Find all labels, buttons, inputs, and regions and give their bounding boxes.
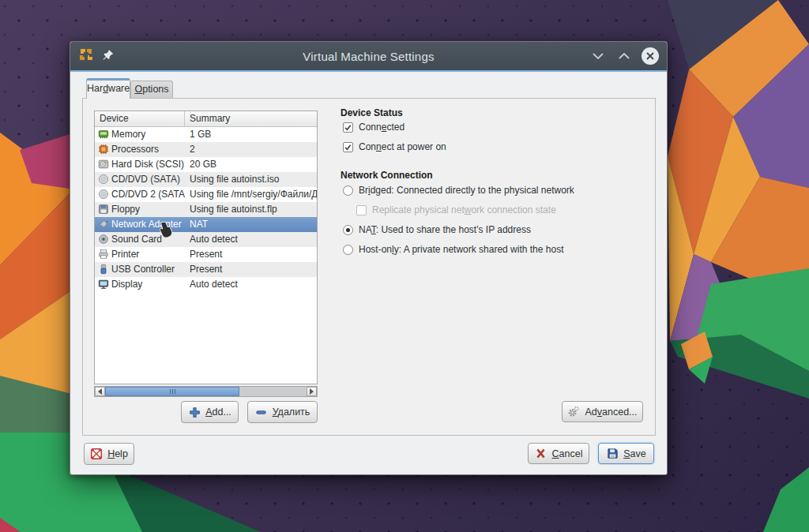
nat-radio-row[interactable]: NAT: Used to share the host's IP address [343, 224, 531, 235]
minimize-button[interactable] [589, 47, 607, 65]
device-name: Display [111, 277, 185, 292]
add-button-label: Add... [205, 406, 231, 418]
bridged-radio-row[interactable]: Bridged: Connected directly to the physi… [343, 185, 574, 196]
window-title: Virtual Machine Settings [70, 50, 667, 63]
thumb-grip [170, 389, 171, 394]
device-row[interactable]: Display Auto detect [95, 277, 317, 292]
device-name: Processors [111, 142, 185, 157]
device-row[interactable]: Network Adapter NAT [95, 217, 317, 232]
nat-radio[interactable] [343, 225, 353, 235]
device-name: USB Controller [111, 262, 185, 277]
add-device-button[interactable]: Add... [181, 401, 239, 423]
thumb-grip [172, 389, 173, 394]
device-status-heading: Device Status [341, 107, 403, 118]
scroll-right-arrow-icon [310, 388, 314, 395]
device-name: Memory [111, 127, 185, 142]
device-row[interactable]: Processors 2 [95, 142, 317, 157]
tab-options[interactable]: Options [130, 81, 173, 99]
host-only-radio[interactable] [343, 245, 353, 255]
device-summary: 20 GB [185, 157, 317, 172]
bridged-radio[interactable] [343, 185, 353, 196]
connected-checkbox[interactable] [343, 122, 353, 133]
cancel-button-label: Cancel [552, 448, 583, 459]
device-row[interactable]: Memory 1 GB [95, 127, 317, 142]
host-only-label: Host-only: A private network shared with… [359, 244, 563, 255]
tab-hardware[interactable]: Hardware [86, 78, 130, 99]
nat-label: NAT: Used to share the host's IP address [359, 224, 531, 235]
device-row[interactable]: Printer Present [95, 247, 317, 262]
device-summary: Using file /mnt/sergiy/Файли/Ди [185, 187, 317, 202]
replicate-checkbox [356, 205, 367, 215]
hard-disk-icon [98, 159, 109, 170]
column-header-summary[interactable]: Summary [185, 111, 317, 126]
thumb-grip [175, 389, 175, 394]
horizontal-scrollbar[interactable] [94, 386, 318, 397]
advanced-button-label: Advanced... [585, 406, 637, 418]
help-button-label: Help [107, 448, 128, 459]
scroll-right-button[interactable] [307, 387, 317, 396]
help-button[interactable]: Help [84, 443, 134, 465]
scroll-left-arrow-icon [98, 388, 102, 395]
usb-icon [98, 264, 109, 275]
sound-icon [98, 234, 109, 245]
device-row[interactable]: CD/DVD (SATA) Using file autoinst.iso [95, 172, 317, 187]
maximize-button[interactable] [615, 47, 633, 65]
remove-button-label: Удалить [273, 406, 310, 418]
plus-icon [188, 406, 201, 418]
desktop: Virtual Machine Settings Hardware Option… [0, 0, 809, 532]
connected-label: Connected [359, 122, 404, 133]
device-summary: 2 [185, 142, 317, 157]
advanced-button[interactable]: Advanced... [562, 401, 643, 422]
cancel-x-icon [535, 448, 547, 460]
device-name: Printer [111, 247, 185, 262]
device-name: Floppy [111, 202, 185, 217]
gears-icon [567, 406, 580, 418]
scroll-left-button[interactable] [95, 387, 105, 396]
window-titlebar[interactable]: Virtual Machine Settings [70, 42, 667, 70]
device-row[interactable]: Floppy Using file autoinst.flp [95, 202, 317, 217]
cancel-button[interactable]: Cancel [528, 443, 589, 464]
device-list: Memory 1 GB Processors 2 Hard Disk (SCSI… [95, 127, 317, 292]
minus-icon [255, 406, 268, 418]
device-summary: 1 GB [185, 127, 317, 142]
connect-at-power-on-checkbox-row[interactable]: Connect at power on [343, 141, 446, 152]
save-button[interactable]: Save [598, 443, 654, 464]
device-row[interactable]: Hard Disk (SCSI) 20 GB [95, 157, 317, 172]
device-row[interactable]: Sound Card Auto detect [95, 232, 317, 247]
column-header-device[interactable]: Device [95, 111, 185, 126]
device-row[interactable]: CD/DVD 2 (SATA) Using file /mnt/sergiy/Ф… [95, 187, 317, 202]
display-icon [98, 279, 109, 290]
device-name: CD/DVD 2 (SATA) [111, 187, 185, 202]
memory-icon [98, 129, 109, 140]
network-connection-heading: Network Connection [341, 170, 433, 181]
host-only-radio-row[interactable]: Host-only: A private network shared with… [343, 244, 563, 255]
device-table: Device Summary Memory 1 GB Processors 2 … [94, 111, 318, 384]
connect-at-power-on-checkbox[interactable] [343, 142, 353, 152]
device-summary: Using file autoinst.flp [185, 202, 317, 217]
device-name: Sound Card [111, 232, 185, 247]
printer-icon [98, 249, 109, 260]
cd-icon [98, 189, 109, 200]
device-table-header: Device Summary [95, 111, 317, 127]
device-summary: NAT [185, 217, 317, 232]
processors-icon [98, 144, 109, 155]
bridged-label: Bridged: Connected directly to the physi… [359, 185, 574, 196]
device-summary: Using file autoinst.iso [185, 172, 317, 187]
floppy-icon [98, 204, 109, 215]
device-summary: Auto detect [185, 277, 317, 292]
device-name: Hard Disk (SCSI) [111, 157, 185, 172]
scrollbar-thumb[interactable] [105, 387, 239, 396]
connected-checkbox-row[interactable]: Connected [343, 122, 404, 133]
help-icon [90, 448, 103, 460]
network-icon [98, 219, 109, 230]
device-summary: Present [185, 247, 317, 262]
cd-icon [98, 174, 109, 185]
save-button-label: Save [623, 448, 646, 459]
device-name: Network Adapter [111, 217, 185, 232]
close-button[interactable] [642, 47, 659, 65]
device-row[interactable]: USB Controller Present [95, 262, 317, 277]
vm-settings-window: Virtual Machine Settings Hardware Option… [70, 41, 668, 475]
connect-at-power-on-label: Connect at power on [359, 141, 446, 152]
remove-device-button[interactable]: Удалить [247, 401, 318, 423]
device-summary: Present [185, 262, 317, 277]
